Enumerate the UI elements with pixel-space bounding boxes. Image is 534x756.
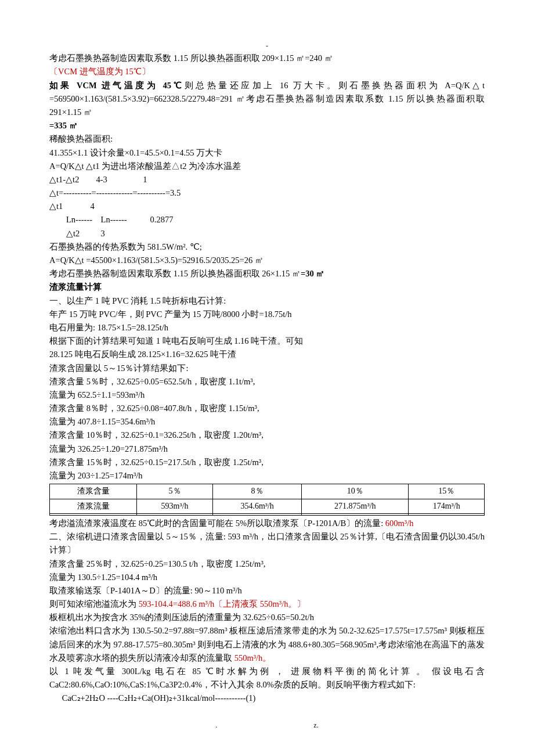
table-cell bbox=[409, 513, 485, 515]
text-line-indent: 流量为 326.25÷1.20=271.875m³/h bbox=[49, 442, 485, 456]
text-line-red: 〔VCM 进气温度为 15℃〕 bbox=[49, 65, 485, 78]
text-line: 以 1 吨发气量 300L/kg 电石在 85 ℃时水解为例 ， 进展物料平衡的… bbox=[49, 665, 485, 692]
text-line: 渣浆含固量以 5～15％计算结果如下: bbox=[49, 362, 485, 375]
text-line: 年产 15 万吨 PVC/年，则 PVC 产量为 15 万吨/8000 小时=1… bbox=[49, 308, 485, 321]
text-line: 28.125 吨电石反响生成 28.125×1.16=32.625 吨干渣 bbox=[49, 348, 485, 361]
text-line: A=Q/K△t △t1 为进出塔浓酸温差△t2 为冷冻水温差 bbox=[49, 160, 485, 173]
table-cell: 593m³/h bbox=[137, 499, 213, 513]
page-header-dash: - bbox=[49, 41, 485, 52]
text-line: 二、浓缩机进口渣浆含固量以 5～15％，流量: 593 m³/h，出口渣浆含固量… bbox=[49, 530, 485, 557]
table-cell: 10％ bbox=[302, 484, 409, 499]
text-line: 取渣浆输送泵〔P-1401A～D〕的流量: 90～110 m³/h bbox=[49, 584, 485, 597]
table-cell bbox=[212, 513, 301, 515]
text-line-indent: 流量为 652.5÷1.1=593m³/h bbox=[49, 388, 485, 402]
table-row: 渣浆流量 593m³/h 354.6m³/h 271.875m³/h 174m³… bbox=[50, 499, 485, 513]
text-line: 浓缩池出料口含水为 130.5-50.2=97.88t=97.88m³ 板框压滤… bbox=[49, 624, 485, 665]
text-line: 考虑石墨换热器制造因素取系数 1.15 所以换热器面积取 209×1.15 ㎡=… bbox=[49, 52, 485, 65]
text-line: 根据下面的计算结果可知道 1 吨电石反响可生成 1.16 吨干渣。可知 bbox=[49, 334, 485, 348]
text-line: △t=----------=-------------=----------=3… bbox=[49, 186, 485, 200]
table-cell: 15％ bbox=[409, 484, 485, 499]
red-text: 550m³/h。 bbox=[234, 653, 272, 663]
text-line: 一、以生产 1 吨 PVC 消耗 1.5 吨折标电石计算: bbox=[49, 294, 485, 308]
text-line: 考虑石墨换热器制造因素取系数 1.15 所以换热器面积取 26×1.15 ㎡=3… bbox=[49, 267, 485, 280]
table-cell bbox=[137, 513, 213, 515]
text-line: 则可知浓缩池溢流水为 593-104.4=488.6 m³/h〔上清液泵 550… bbox=[49, 597, 485, 611]
table-cell: 8％ bbox=[212, 484, 301, 499]
text-line: △t1-△t2 4-3 1 bbox=[49, 173, 485, 186]
bold-text: 如果 VCM 进气温度为 45℃ bbox=[49, 81, 185, 90]
text-line: 石墨换热器的传热系数为 581.5W/m². ℃; bbox=[49, 240, 485, 254]
text-line: 渣浆含量 8％时，32.625÷0.08=407.8t/h，取密度 1.15t/… bbox=[49, 402, 485, 415]
text-line: 电石用量为: 18.75×1.5=28.125t/h bbox=[49, 321, 485, 334]
table-cell: 渣浆含量 bbox=[50, 484, 137, 499]
table-cell: 渣浆流量 bbox=[50, 499, 137, 513]
text-line: Ln------ Ln------ 0.2877 bbox=[49, 213, 485, 226]
text-line: 板框机出水为按含水 35%的渣则压滤后的渣重量为 32.625÷0.65=50.… bbox=[49, 611, 485, 624]
table-row bbox=[50, 513, 485, 515]
table-cell bbox=[50, 513, 137, 515]
text-line-indent: 流量为 407.8÷1.15=354.6m³/h bbox=[49, 415, 485, 429]
text-line: 渣浆含量 15％时，32.625÷0.15=217.5t/h，取密度 1.25t… bbox=[49, 456, 485, 469]
text-line: 稀酸换热器面积: bbox=[49, 132, 485, 146]
footer-z: z. bbox=[313, 721, 318, 729]
equation-line: CaC₂+2H₂O ----C₂H₂+Ca(OH)₂+31kcal/mol---… bbox=[49, 692, 485, 705]
text-line-indent: 流量为 130.5÷1.25=104.4 m³/h bbox=[49, 571, 485, 584]
bold-text: =335 ㎡ bbox=[49, 119, 485, 132]
text-line: 渣浆含量 10％时，32.625÷0.1=326.25t/h，取密度 1.20t… bbox=[49, 429, 485, 442]
page-footer: . z. bbox=[49, 720, 485, 731]
table-cell: 174m³/h bbox=[409, 499, 485, 513]
text-line: 渣浆含量 5％时，32.625÷0.05=652.5t/h，取密度 1.1t/m… bbox=[49, 375, 485, 388]
text-line: △t1 4 bbox=[49, 200, 485, 213]
table-cell bbox=[302, 513, 409, 515]
text-line: 41.355×1.1 设计余量×0.1=45.5×0.1=4.55 万大卡 bbox=[49, 146, 485, 160]
text: 考虑石墨换热器制造因素取系数 1.15 所以换热器面积取 26×1.15 ㎡ bbox=[49, 269, 301, 278]
red-text: 593-104.4=488.6 m³/h〔上清液泵 550m³/h。〕 bbox=[139, 599, 306, 609]
text: 考虑石墨换热器制造因素取系数 1.15 所以换热器面积取 209×1.15 ㎡=… bbox=[49, 53, 333, 63]
text-line: 考虑溢流渣浆液温度在 85℃此时的含固量可能在 5%所以取渣浆泵〔P-1201A… bbox=[49, 517, 485, 530]
table-cell: 354.6m³/h bbox=[212, 499, 301, 513]
text-line-indent: 流量为 203÷1.25=174m³/h bbox=[49, 469, 485, 483]
text-line: 如果 VCM 进气温度为 45℃则总热量还应加上 16 万大卡。则石墨换热器面积… bbox=[49, 79, 485, 120]
text: 则可知浓缩池溢流水为 bbox=[49, 599, 139, 609]
heading: 渣浆流量计算 bbox=[49, 280, 485, 294]
text-line: 渣浆含量 25％时，32.625÷0.25=130.5 t/h，取密度 1.25… bbox=[49, 557, 485, 571]
table-cell: 5％ bbox=[137, 484, 213, 499]
text-line: A=Q/K△t =45500×1.163/(581.5×3.5)=52916.5… bbox=[49, 254, 485, 267]
slurry-table: 渣浆含量 5％ 8％ 10％ 15％ 渣浆流量 593m³/h 354.6m³/… bbox=[49, 484, 485, 516]
table-cell: 271.875m³/h bbox=[302, 499, 409, 513]
red-text: 600m³/h bbox=[385, 519, 414, 528]
text: 考虑溢流渣浆液温度在 85℃此时的含固量可能在 5%所以取渣浆泵〔P-1201A… bbox=[49, 519, 385, 528]
bold-text: =30 ㎡ bbox=[301, 269, 324, 278]
table-row: 渣浆含量 5％ 8％ 10％ 15％ bbox=[50, 484, 485, 499]
footer-dot: . bbox=[215, 721, 217, 729]
text-line: △t2 3 bbox=[49, 227, 485, 240]
